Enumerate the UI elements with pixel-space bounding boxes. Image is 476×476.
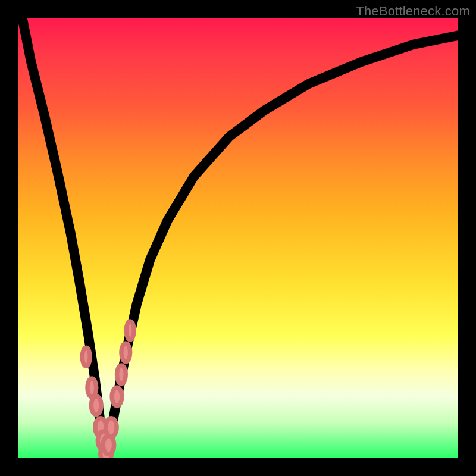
curve-marker bbox=[126, 321, 134, 340]
watermark-text: TheBottleneck.com bbox=[356, 4, 470, 19]
outer-frame: TheBottleneck.com bbox=[0, 0, 476, 476]
plot-area bbox=[18, 18, 458, 458]
curve-marker bbox=[91, 396, 101, 415]
curve-marker bbox=[112, 387, 122, 406]
curve-marker bbox=[121, 343, 130, 362]
curve-marker bbox=[82, 347, 90, 366]
curve-marker bbox=[106, 418, 117, 437]
curve-marker bbox=[117, 365, 126, 384]
chart-svg bbox=[18, 18, 458, 458]
